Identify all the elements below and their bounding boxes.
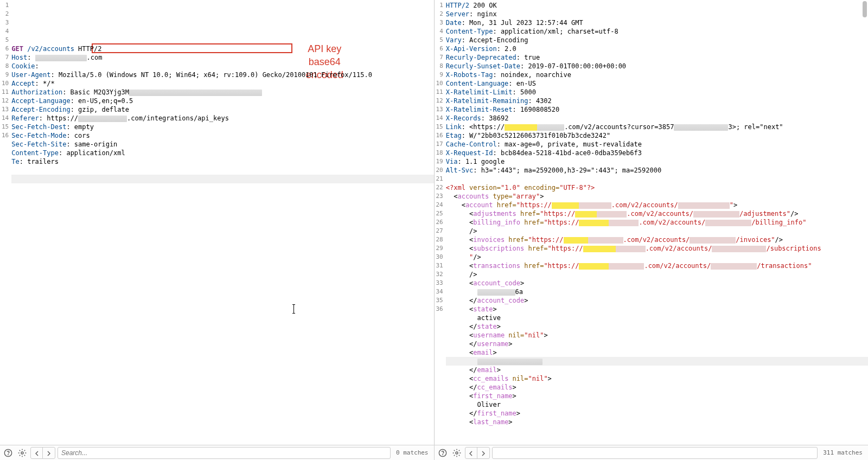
code-line[interactable]: Authorization: Basic M2Q3Yjg3M bbox=[11, 88, 433, 97]
request-footer: 0 matches bbox=[0, 445, 435, 460]
code-line[interactable]: <first_name> bbox=[446, 392, 868, 400]
code-line[interactable]: X-Ratelimit-Remaining: 4302 bbox=[446, 97, 868, 105]
code-line[interactable]: Sec-Fetch-Mode: cors bbox=[11, 131, 433, 140]
code-line[interactable]: <transactions href="https:// .com/v2/acc… bbox=[446, 261, 868, 270]
code-line[interactable]: <account href="https:// .com/v2/accounts… bbox=[446, 201, 868, 209]
code-line[interactable]: Alt-Svc: h3=":443"; ma=2592000,h3-29=":4… bbox=[446, 166, 868, 175]
code-line[interactable]: User-Agent: Mozilla/5.0 (Windows NT 10.0… bbox=[11, 71, 433, 79]
code-line[interactable]: <adjustments href="https:// .com/v2/acco… bbox=[446, 209, 868, 218]
code-line[interactable]: </account_code> bbox=[446, 296, 868, 305]
code-line[interactable]: "/> bbox=[446, 253, 868, 261]
code-line[interactable]: X-Api-Version: 2.0 bbox=[446, 44, 868, 53]
code-line[interactable]: </cc_emails> bbox=[446, 383, 868, 392]
code-line[interactable]: Te: trailers bbox=[11, 157, 433, 166]
code-line[interactable]: <state> bbox=[446, 305, 868, 314]
scrollbar[interactable] bbox=[863, 1, 867, 17]
help-icon[interactable] bbox=[437, 447, 449, 459]
code-line[interactable]: Recurly-Sunset-Date: 2019-07-01T00:00:00… bbox=[446, 62, 868, 71]
code-line[interactable]: X-Robots-Tag: noindex, noarchive bbox=[446, 71, 868, 79]
code-line[interactable]: Accept: */* bbox=[11, 79, 433, 88]
code-line[interactable]: Content-Type: application/xml bbox=[11, 149, 433, 157]
svg-point-5 bbox=[456, 452, 458, 454]
code-line[interactable]: Accept-Encoding: gzip, deflate bbox=[11, 105, 433, 114]
code-line[interactable]: Sec-Fetch-Site: same-origin bbox=[11, 140, 433, 149]
code-line[interactable]: <cc_emails nil="nil"> bbox=[446, 374, 868, 383]
code-line[interactable]: HTTP/2 200 OK bbox=[446, 1, 868, 10]
prev-match-icon[interactable] bbox=[465, 448, 477, 459]
code-line[interactable]: </first_name> bbox=[446, 409, 868, 418]
code-line[interactable] bbox=[446, 357, 868, 366]
code-line[interactable]: Etag: W/"2bb03c52126063731f010b7b3cde324… bbox=[446, 131, 868, 140]
svg-point-4 bbox=[442, 455, 443, 455]
code-line[interactable]: Oliver bbox=[446, 400, 868, 409]
response-matches-count: 311 matches bbox=[820, 449, 866, 456]
next-match-icon[interactable] bbox=[43, 448, 55, 459]
code-line[interactable]: </state> bbox=[446, 322, 868, 331]
code-line[interactable]: <last_name> bbox=[446, 418, 868, 426]
code-line[interactable]: Vary: Accept-Encoding bbox=[446, 36, 868, 44]
code-line[interactable]: /> bbox=[446, 270, 868, 279]
code-line[interactable]: </username> bbox=[446, 340, 868, 348]
next-match-icon[interactable] bbox=[477, 448, 489, 459]
code-line[interactable]: active bbox=[446, 314, 868, 322]
response-search-input[interactable] bbox=[492, 447, 818, 459]
code-line[interactable] bbox=[11, 166, 433, 175]
code-line[interactable]: Content-Type: application/xml; charset=u… bbox=[446, 27, 868, 36]
code-line[interactable]: 6a bbox=[446, 288, 868, 296]
code-line[interactable]: Cache-Control: max-age=0, private, must-… bbox=[446, 140, 868, 149]
code-line[interactable]: X-Ratelimit-Limit: 5000 bbox=[446, 88, 868, 97]
gear-icon[interactable] bbox=[16, 447, 28, 459]
code-line[interactable]: <billing_info href="https:// .com/v2/acc… bbox=[446, 218, 868, 227]
help-icon[interactable] bbox=[2, 447, 14, 459]
code-line[interactable]: <invoices href="https:// .com/v2/account… bbox=[446, 235, 868, 244]
svg-point-2 bbox=[21, 452, 23, 454]
code-line[interactable]: Host: .com bbox=[11, 53, 433, 62]
code-line[interactable]: /> bbox=[446, 227, 868, 235]
code-line[interactable]: Recurly-Deprecated: true bbox=[446, 53, 868, 62]
prev-match-icon[interactable] bbox=[31, 448, 43, 459]
code-line[interactable]: <accounts type="array"> bbox=[446, 192, 868, 201]
code-line[interactable]: </email> bbox=[446, 366, 868, 374]
text-cursor bbox=[293, 305, 294, 313]
gear-icon[interactable] bbox=[451, 447, 463, 459]
code-line[interactable]: Date: Mon, 31 Jul 2023 12:57:44 GMT bbox=[446, 18, 868, 27]
code-line[interactable]: Content-Language: en-US bbox=[446, 79, 868, 88]
code-line[interactable]: Sec-Fetch-Dest: empty bbox=[11, 123, 433, 131]
code-line[interactable]: GET /v2/accounts HTTP/2 bbox=[11, 44, 433, 53]
code-line[interactable]: X-Request-Id: bcb84dea-5218-41bd-ace0-0d… bbox=[446, 149, 868, 157]
code-line[interactable]: Cookie: bbox=[11, 62, 433, 71]
code-line[interactable]: Accept-Language: en-US,en;q=0.5 bbox=[11, 97, 433, 105]
code-line[interactable]: <email> bbox=[446, 348, 868, 357]
response-editor[interactable]: 1234567891011121314151617181920212223242… bbox=[435, 0, 869, 445]
request-matches-count: 0 matches bbox=[393, 449, 432, 456]
code-line[interactable]: Via: 1.1 google bbox=[446, 157, 868, 166]
code-line[interactable]: Server: nginx bbox=[446, 10, 868, 18]
code-line[interactable]: Link: <https:// .com/v2/accounts?cursor=… bbox=[446, 123, 868, 131]
code-line[interactable]: Referer: https:// .com/integrations/api_… bbox=[11, 114, 433, 123]
code-line[interactable]: <subscriptions href="https:// .com/v2/ac… bbox=[446, 244, 868, 253]
code-line[interactable]: <account_code> bbox=[446, 279, 868, 288]
code-line[interactable]: <?xml version="1.0" encoding="UTF-8"?> bbox=[446, 183, 868, 192]
response-panel: 1234567891011121314151617181920212223242… bbox=[435, 0, 869, 445]
request-search-input[interactable] bbox=[58, 447, 391, 459]
request-editor[interactable]: 12345678910111213141516 API key base64 e… bbox=[0, 0, 434, 445]
code-line[interactable]: X-Ratelimit-Reset: 1690808520 bbox=[446, 105, 868, 114]
svg-point-1 bbox=[8, 455, 9, 455]
code-line[interactable]: X-Records: 38692 bbox=[446, 114, 868, 123]
code-line[interactable]: <username nil="nil"> bbox=[446, 331, 868, 340]
request-panel: 12345678910111213141516 API key base64 e… bbox=[0, 0, 435, 445]
response-footer: 311 matches bbox=[435, 445, 869, 460]
code-line[interactable] bbox=[446, 175, 868, 183]
code-line[interactable] bbox=[11, 175, 433, 183]
